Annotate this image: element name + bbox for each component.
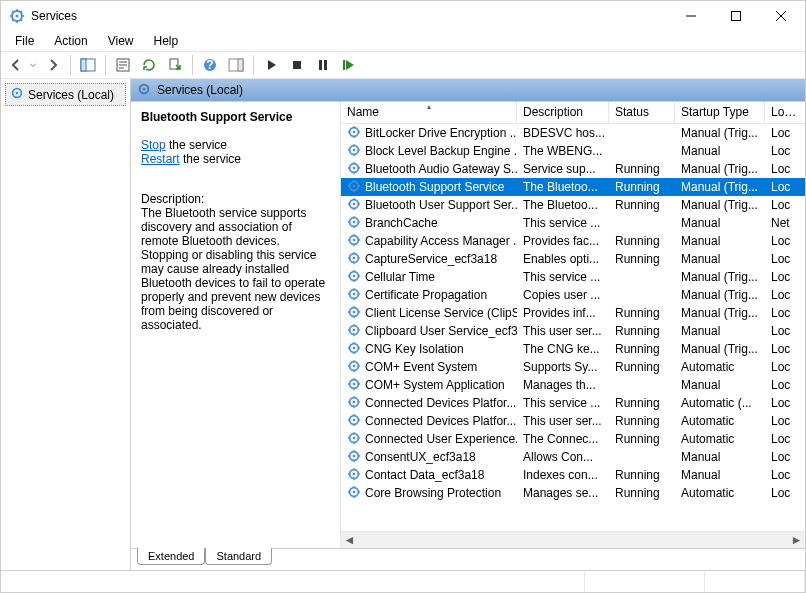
start-service-button[interactable] <box>259 53 283 77</box>
scroll-left-icon[interactable]: ◄ <box>341 532 358 549</box>
tab-standard[interactable]: Standard <box>205 548 272 565</box>
service-row[interactable]: BranchCacheThis service ...ManualNet <box>341 214 805 232</box>
service-row[interactable]: Cellular TimeThis service ...Manual (Tri… <box>341 268 805 286</box>
service-row[interactable]: Capability Access Manager ...Provides fa… <box>341 232 805 250</box>
cell-name: COM+ System Application <box>341 376 517 395</box>
service-row[interactable]: Core Browsing ProtectionManages se...Run… <box>341 484 805 502</box>
service-row[interactable]: COM+ System ApplicationManages th...Manu… <box>341 376 805 394</box>
service-icon <box>347 125 361 142</box>
content-area: Services (Local) Services (Local) Blueto… <box>1 79 805 570</box>
service-row[interactable]: Clipboard User Service_ecf3...This user … <box>341 322 805 340</box>
service-row[interactable]: Connected Devices Platfor...This user se… <box>341 412 805 430</box>
menu-help[interactable]: Help <box>146 32 187 50</box>
cell-startup: Automatic <box>675 413 765 429</box>
menu-view[interactable]: View <box>100 32 142 50</box>
forward-button[interactable] <box>41 53 65 77</box>
description-label: Description: <box>141 192 330 206</box>
column-startup[interactable]: Startup Type <box>675 102 765 123</box>
column-headers: Name▴ Description Status Startup Type Lo… <box>341 102 805 124</box>
service-row[interactable]: Block Level Backup Engine ...The WBENG..… <box>341 142 805 160</box>
stop-link[interactable]: Stop <box>141 138 166 152</box>
restart-link[interactable]: Restart <box>141 152 180 166</box>
maximize-button[interactable] <box>713 1 758 31</box>
back-button[interactable] <box>5 53 39 77</box>
service-icon <box>347 413 361 430</box>
service-rows[interactable]: BitLocker Drive Encryption ...BDESVC hos… <box>341 124 805 531</box>
horizontal-scrollbar[interactable]: ◄ ► <box>341 531 805 548</box>
restart-service-button[interactable] <box>337 53 361 77</box>
cell-description: The Connec... <box>517 431 609 447</box>
column-name[interactable]: Name▴ <box>341 102 517 123</box>
service-row[interactable]: Bluetooth User Support Ser...The Bluetoo… <box>341 196 805 214</box>
service-row[interactable]: COM+ Event SystemSupports Sy...RunningAu… <box>341 358 805 376</box>
svg-point-20 <box>353 130 356 133</box>
service-row[interactable]: CNG Key IsolationThe CNG ke...RunningMan… <box>341 340 805 358</box>
cell-name: Bluetooth Audio Gateway S... <box>341 160 517 179</box>
console-tree[interactable]: Services (Local) <box>1 79 131 570</box>
service-row[interactable]: Contact Data_ecf3a18Indexes con...Runnin… <box>341 466 805 484</box>
cell-startup: Automatic <box>675 359 765 375</box>
service-icon <box>347 359 361 376</box>
cell-name: Bluetooth User Support Ser... <box>341 196 517 215</box>
svg-rect-6 <box>170 59 178 69</box>
description-text: The Bluetooth service supports discovery… <box>141 206 330 332</box>
cell-description: The CNG ke... <box>517 341 609 357</box>
service-list: Name▴ Description Status Startup Type Lo… <box>341 102 805 548</box>
service-row[interactable]: Bluetooth Support ServiceThe Bluetoo...R… <box>341 178 805 196</box>
service-row[interactable]: Bluetooth Audio Gateway S...Service sup.… <box>341 160 805 178</box>
service-row[interactable]: Client License Service (ClipS...Provides… <box>341 304 805 322</box>
cell-startup: Manual <box>675 233 765 249</box>
tree-node-services-local[interactable]: Services (Local) <box>5 83 126 106</box>
column-description[interactable]: Description <box>517 102 609 123</box>
svg-point-32 <box>353 238 356 241</box>
menu-file[interactable]: File <box>7 32 42 50</box>
show-hide-tree-button[interactable] <box>76 53 100 77</box>
svg-point-58 <box>353 472 356 475</box>
cell-name: Bluetooth Support Service <box>341 178 517 197</box>
stop-service-button[interactable] <box>285 53 309 77</box>
svg-point-56 <box>353 454 356 457</box>
cell-status: Running <box>609 305 675 321</box>
properties-button[interactable] <box>111 53 135 77</box>
service-icon <box>347 251 361 268</box>
action-pane-button[interactable] <box>224 53 248 77</box>
close-button[interactable] <box>758 1 803 31</box>
result-header-title: Services (Local) <box>157 83 243 97</box>
service-icon <box>347 215 361 232</box>
cell-startup: Manual <box>675 215 765 231</box>
refresh-button[interactable] <box>137 53 161 77</box>
svg-point-1 <box>16 15 19 18</box>
pause-service-button[interactable] <box>311 53 335 77</box>
cell-logon: Loc <box>765 269 805 285</box>
cell-logon: Loc <box>765 161 805 177</box>
column-logon[interactable]: Log On As <box>765 102 805 123</box>
service-row[interactable]: Connected User Experience...The Connec..… <box>341 430 805 448</box>
svg-rect-13 <box>324 60 327 70</box>
cell-status: Running <box>609 431 675 447</box>
cell-status <box>609 150 675 152</box>
service-row[interactable]: Certificate PropagationCopies user ...Ma… <box>341 286 805 304</box>
result-header: Services (Local) <box>131 79 805 101</box>
service-row[interactable]: CaptureService_ecf3a18Enables opti...Run… <box>341 250 805 268</box>
minimize-button[interactable] <box>668 1 713 31</box>
svg-point-24 <box>353 166 356 169</box>
service-row[interactable]: Connected Devices Platfor...This service… <box>341 394 805 412</box>
menu-action[interactable]: Action <box>46 32 95 50</box>
cell-startup: Automatic <box>675 431 765 447</box>
service-row[interactable]: ConsentUX_ecf3a18Allows Con...ManualLoc <box>341 448 805 466</box>
service-icon <box>347 269 361 286</box>
cell-startup: Automatic <box>675 485 765 501</box>
column-status[interactable]: Status <box>609 102 675 123</box>
cell-startup: Manual (Trig... <box>675 179 765 195</box>
service-icon <box>347 395 361 412</box>
tab-extended[interactable]: Extended <box>137 548 205 565</box>
cell-logon: Loc <box>765 125 805 141</box>
svg-rect-4 <box>81 59 86 71</box>
svg-point-48 <box>353 382 356 385</box>
export-list-button[interactable] <box>163 53 187 77</box>
service-row[interactable]: BitLocker Drive Encryption ...BDESVC hos… <box>341 124 805 142</box>
svg-point-30 <box>353 220 356 223</box>
service-icon <box>347 341 361 358</box>
scroll-right-icon[interactable]: ► <box>788 532 805 549</box>
help-button[interactable]: ? <box>198 53 222 77</box>
